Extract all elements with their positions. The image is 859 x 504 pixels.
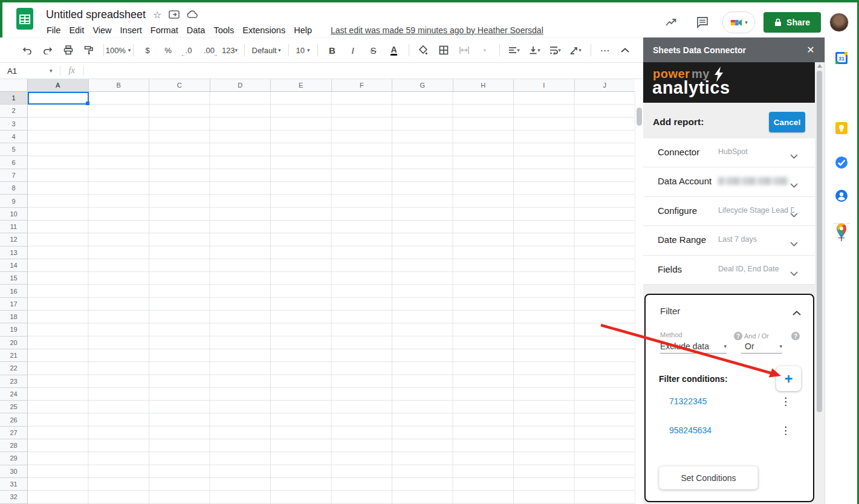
grid-vertical-scrollbar[interactable] [635, 92, 643, 504]
more-toolbar-button[interactable]: ⋯ [595, 42, 615, 58]
row-header-31[interactable]: 31 [0, 478, 27, 491]
column-header-J[interactable]: J [575, 79, 635, 92]
condition-link[interactable]: 71322345 [669, 396, 707, 406]
text-color-button[interactable]: A [384, 42, 404, 58]
row-header-8[interactable]: 8 [0, 182, 27, 195]
sidebar-row-fields[interactable]: FieldsDeal ID, End Date [643, 256, 815, 285]
name-box[interactable]: A1 [0, 66, 50, 76]
row-header-6[interactable]: 6 [0, 156, 27, 169]
insights-icon[interactable] [660, 11, 682, 34]
cancel-button[interactable]: Cancel [769, 112, 805, 132]
chevron-down-icon[interactable] [790, 150, 798, 161]
font-select[interactable]: Default (Ari...▾ [250, 42, 284, 58]
column-header-A[interactable]: A [28, 79, 89, 92]
row-header-20[interactable]: 20 [0, 337, 27, 349]
print-button[interactable] [59, 42, 78, 58]
share-button[interactable]: Share [763, 12, 821, 33]
close-icon[interactable]: ✕ [804, 43, 817, 56]
strikethrough-button[interactable]: S [364, 42, 383, 58]
column-header-D[interactable]: D [210, 79, 271, 92]
menu-view[interactable]: View [88, 24, 115, 36]
chevron-down-icon[interactable] [790, 209, 798, 220]
row-header-28[interactable]: 28 [0, 439, 27, 452]
cells-area[interactable] [28, 92, 635, 504]
merge-cells-button[interactable] [455, 42, 474, 58]
menu-insert[interactable]: Insert [116, 24, 146, 36]
redo-button[interactable] [38, 42, 57, 58]
row-header-25[interactable]: 25 [0, 401, 27, 413]
fill-color-button[interactable] [413, 42, 433, 58]
text-rotation-button[interactable]: ▾ [566, 42, 586, 58]
grid-scrollbar-thumb[interactable] [637, 108, 642, 126]
row-header-5[interactable]: 5 [0, 143, 27, 156]
method-select[interactable]: Exclude data▾ [660, 340, 727, 354]
chevron-down-icon[interactable] [790, 179, 798, 190]
more-formats-button[interactable]: 123▾ [220, 42, 239, 58]
menu-edit[interactable]: Edit [65, 24, 88, 36]
column-header-E[interactable]: E [271, 79, 332, 92]
contacts-icon[interactable] [834, 189, 849, 203]
row-header-2[interactable]: 2 [0, 105, 27, 117]
format-percent-button[interactable]: % [158, 42, 178, 58]
row-header-11[interactable]: 11 [0, 221, 27, 233]
row-header-3[interactable]: 3 [0, 118, 27, 131]
add-condition-button[interactable]: + [776, 366, 801, 391]
row-header-4[interactable]: 4 [0, 131, 27, 143]
undo-button[interactable] [18, 42, 37, 58]
hide-menus-button[interactable] [615, 42, 635, 58]
formula-input[interactable] [84, 63, 643, 79]
menu-format[interactable]: Format [146, 24, 183, 36]
column-header-H[interactable]: H [453, 79, 514, 92]
move-folder-icon[interactable] [169, 10, 180, 19]
kebab-menu-icon[interactable]: ⋮ [780, 424, 791, 438]
row-header-26[interactable]: 26 [0, 413, 27, 426]
last-edit-link[interactable]: Last edit was made 59 minutes ago by Hea… [331, 25, 543, 35]
decrease-decimal-button[interactable]: .0← [179, 42, 198, 58]
panel-scrollbar-thumb[interactable] [817, 71, 822, 412]
sidebar-row-data-account[interactable]: Data Account [643, 167, 815, 196]
row-header-18[interactable]: 18 [0, 311, 27, 323]
column-header-F[interactable]: F [332, 79, 393, 92]
vertical-align-button[interactable]: ▾ [525, 42, 545, 58]
row-header-29[interactable]: 29 [0, 452, 27, 465]
row-header-14[interactable]: 14 [0, 259, 27, 272]
menu-help[interactable]: Help [290, 24, 316, 36]
row-header-12[interactable]: 12 [0, 233, 27, 246]
tasks-icon[interactable] [834, 155, 849, 170]
fill-handle[interactable] [86, 102, 89, 105]
andor-select[interactable]: Or▾ [741, 340, 782, 354]
meet-button[interactable]: ▾ [722, 11, 755, 33]
row-header-22[interactable]: 22 [0, 362, 27, 375]
menu-data[interactable]: Data [183, 24, 210, 36]
sidebar-row-date-range[interactable]: Date RangeLast 7 days [643, 226, 815, 255]
chevron-down-icon[interactable] [790, 238, 798, 249]
set-conditions-button[interactable]: Set Conditions [659, 466, 758, 489]
panel-scrollbar[interactable] [817, 62, 823, 504]
star-icon[interactable]: ☆ [153, 9, 161, 21]
filter-help-icon[interactable]: ? [791, 332, 800, 340]
sidebar-row-configure[interactable]: ConfigureLifecycle Stage Lead D [643, 197, 815, 226]
row-header-13[interactable]: 13 [0, 247, 27, 259]
borders-button[interactable] [434, 42, 453, 58]
format-currency-button[interactable]: $ [138, 42, 157, 58]
text-wrap-button[interactable]: ▾ [546, 42, 565, 58]
italic-button[interactable]: I [343, 42, 363, 58]
row-header-27[interactable]: 27 [0, 427, 27, 439]
row-header-17[interactable]: 17 [0, 298, 27, 311]
font-size-select[interactable]: 10 ▾ [293, 42, 313, 58]
row-header-1[interactable]: 1 [0, 92, 27, 105]
row-header-15[interactable]: 15 [0, 272, 27, 285]
select-all-corner[interactable] [0, 79, 28, 92]
calendar-icon[interactable]: 31 [834, 51, 849, 65]
selected-cell[interactable] [28, 92, 89, 105]
row-header-7[interactable]: 7 [0, 169, 27, 182]
filter-collapse-icon[interactable] [793, 307, 801, 318]
sheets-logo-icon[interactable] [16, 7, 34, 31]
kebab-menu-icon[interactable]: ⋮ [780, 395, 791, 409]
sidebar-row-connector[interactable]: ConnectorHubSpot [643, 138, 815, 167]
row-header-9[interactable]: 9 [0, 195, 27, 207]
zoom-select[interactable]: 100% ▾ [109, 42, 128, 58]
row-header-32[interactable]: 32 [0, 491, 27, 503]
column-header-B[interactable]: B [89, 79, 150, 92]
account-avatar[interactable] [829, 13, 849, 32]
